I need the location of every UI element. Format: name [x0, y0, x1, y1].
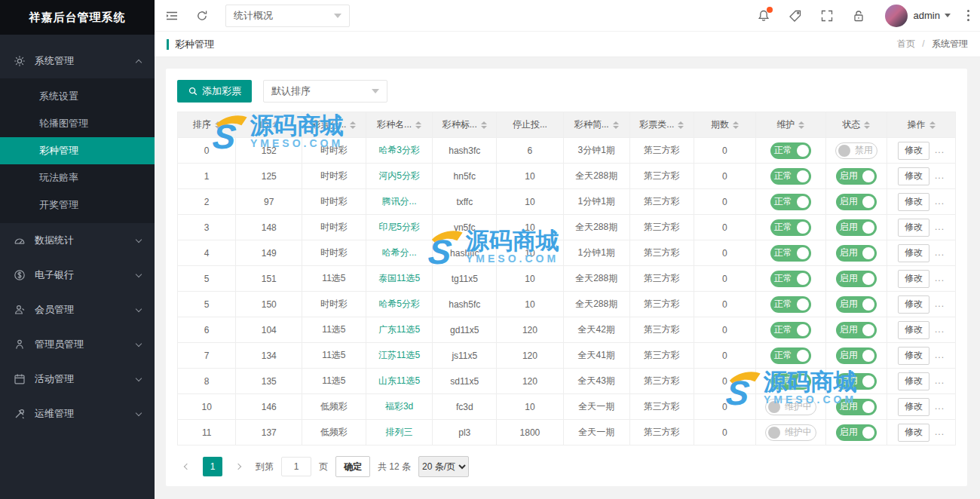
edit-button[interactable]: 修改 — [898, 398, 929, 416]
maintain-toggle[interactable]: 正常 — [770, 194, 811, 210]
add-lottery-button[interactable]: 添加彩票 — [177, 80, 252, 103]
sidebar-item-3[interactable]: 会员管理 — [0, 292, 155, 327]
sidebar-subitem[interactable]: 玩法赔率 — [0, 164, 155, 191]
column-header[interactable]: 操作 — [887, 112, 956, 138]
lottery-name-link[interactable]: 哈希5分彩 — [378, 298, 420, 309]
sort-icon[interactable] — [678, 121, 684, 129]
sort-icon[interactable] — [613, 121, 619, 129]
status-toggle[interactable]: 启用 — [836, 194, 877, 210]
status-toggle[interactable]: 启用 — [836, 168, 877, 185]
maintain-toggle[interactable]: 正常 — [770, 219, 811, 236]
breadcrumb-home-link[interactable]: 首页 — [897, 38, 915, 49]
maintain-toggle[interactable]: 正常 — [770, 296, 811, 313]
edit-button[interactable]: 修改 — [898, 219, 929, 237]
more-actions-button[interactable]: ... — [935, 401, 945, 412]
more-actions-button[interactable]: ... — [935, 145, 945, 155]
user-menu[interactable]: admin — [914, 10, 951, 21]
refresh-icon[interactable] — [195, 9, 209, 23]
more-actions-button[interactable]: ... — [935, 170, 945, 181]
more-actions-button[interactable]: ... — [935, 247, 945, 258]
edit-button[interactable]: 修改 — [898, 193, 929, 211]
column-header[interactable]: 彩票分... — [302, 112, 366, 138]
page-select[interactable]: 统计概况 — [225, 5, 350, 27]
status-toggle[interactable]: 启用 — [836, 399, 877, 415]
page-size-select[interactable]: 20 条/页 — [418, 456, 469, 477]
sort-icon[interactable] — [798, 121, 804, 129]
lock-icon[interactable] — [852, 9, 865, 23]
sort-icon[interactable] — [415, 121, 421, 129]
collapse-sidebar-icon[interactable] — [165, 9, 179, 23]
confirm-page-button[interactable]: 确定 — [335, 456, 370, 477]
more-actions-button[interactable]: ... — [935, 298, 945, 309]
sidebar-item-0[interactable]: 系统管理 — [0, 44, 155, 78]
sidebar-item-2[interactable]: 电子银行 — [0, 258, 155, 292]
column-header[interactable]: ID — [236, 112, 302, 138]
status-toggle[interactable]: 启用 — [836, 373, 877, 390]
edit-button[interactable]: 修改 — [898, 167, 929, 185]
more-actions-button[interactable]: ... — [935, 324, 945, 335]
sort-icon[interactable] — [350, 121, 356, 129]
column-header[interactable]: 彩种名... — [366, 112, 433, 138]
status-toggle[interactable]: 启用 — [836, 245, 877, 262]
status-toggle[interactable]: 禁用 — [835, 142, 877, 159]
maintain-toggle[interactable]: 维护中 — [765, 399, 816, 415]
sort-icon[interactable] — [215, 121, 221, 129]
more-actions-button[interactable]: ... — [935, 350, 945, 360]
column-header[interactable]: 彩种标... — [433, 112, 497, 138]
maintain-toggle[interactable]: 正常 — [770, 373, 811, 390]
lottery-name-link[interactable]: 哈希分... — [382, 247, 417, 258]
lottery-name-link[interactable]: 排列三 — [386, 427, 413, 437]
status-toggle[interactable]: 启用 — [836, 296, 877, 313]
more-actions-button[interactable]: ... — [935, 196, 945, 207]
sidebar-item-4[interactable]: 管理员管理 — [0, 327, 155, 362]
edit-button[interactable]: 修改 — [898, 321, 929, 339]
status-toggle[interactable]: 启用 — [836, 271, 877, 287]
sidebar-item-6[interactable]: 运维管理 — [0, 396, 155, 431]
lottery-name-link[interactable]: 江苏11选5 — [378, 350, 420, 360]
column-header[interactable]: 彩种简... — [563, 112, 629, 138]
more-actions-button[interactable]: ... — [935, 273, 945, 283]
goto-page-input[interactable] — [281, 457, 311, 476]
column-header[interactable]: 期数 — [694, 112, 756, 138]
next-page-button[interactable] — [228, 457, 248, 476]
sort-icon[interactable] — [272, 121, 278, 129]
status-toggle[interactable]: 启用 — [836, 219, 877, 236]
tag-icon[interactable] — [789, 9, 802, 23]
status-toggle[interactable]: 启用 — [836, 322, 877, 338]
maintain-toggle[interactable]: 正常 — [770, 347, 811, 364]
column-header[interactable]: 彩票类... — [629, 112, 694, 138]
notifications-bell-icon[interactable] — [757, 9, 770, 23]
maintain-toggle[interactable]: 正常 — [770, 245, 811, 262]
sort-icon[interactable] — [481, 121, 487, 129]
edit-button[interactable]: 修改 — [898, 244, 929, 262]
sidebar-subitem[interactable]: 轮播图管理 — [0, 110, 155, 137]
lottery-name-link[interactable]: 河内5分彩 — [378, 170, 420, 181]
lottery-name-link[interactable]: 泰国11选5 — [378, 273, 420, 283]
column-header[interactable]: 维护 — [755, 112, 825, 138]
prev-page-button[interactable] — [177, 457, 197, 476]
more-actions-button[interactable]: ... — [935, 427, 945, 437]
lottery-name-link[interactable]: 印尼5分彩 — [378, 222, 420, 232]
sort-icon[interactable] — [929, 121, 936, 129]
maintain-toggle[interactable]: 维护中 — [765, 424, 816, 441]
maintain-toggle[interactable]: 正常 — [770, 142, 811, 159]
more-actions-button[interactable]: ... — [935, 375, 945, 386]
lottery-name-link[interactable]: 福彩3d — [385, 401, 413, 412]
column-header[interactable]: 排序 — [178, 112, 236, 138]
sort-icon[interactable] — [733, 121, 739, 129]
edit-button[interactable]: 修改 — [898, 270, 929, 288]
fullscreen-icon[interactable] — [820, 9, 834, 23]
lottery-name-link[interactable]: 广东11选5 — [378, 324, 420, 335]
edit-button[interactable]: 修改 — [898, 424, 929, 442]
more-actions-button[interactable]: ... — [935, 222, 945, 232]
edit-button[interactable]: 修改 — [898, 295, 929, 314]
page-number-1[interactable]: 1 — [203, 457, 222, 476]
maintain-toggle[interactable]: 正常 — [770, 322, 811, 338]
maintain-toggle[interactable]: 正常 — [770, 168, 811, 185]
sidebar-subitem[interactable]: 系统设置 — [0, 83, 155, 110]
sort-icon[interactable] — [864, 121, 870, 129]
column-header[interactable]: 状态 — [825, 112, 887, 138]
sidebar-item-1[interactable]: 数据统计 — [0, 223, 155, 258]
edit-button[interactable]: 修改 — [898, 347, 929, 365]
sidebar-subitem[interactable]: 彩种管理 — [0, 137, 155, 164]
